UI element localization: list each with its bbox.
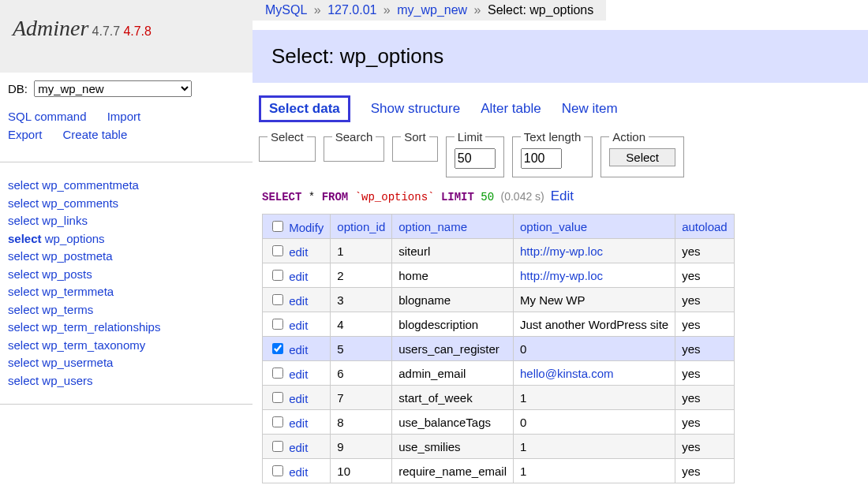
- cell-autoload: yes: [675, 239, 735, 263]
- edit-link[interactable]: edit: [289, 368, 308, 381]
- edit-link[interactable]: edit: [289, 392, 308, 405]
- tabs: Select dataShow structureAlter tableNew …: [253, 83, 868, 127]
- query-edit-link[interactable]: Edit: [551, 188, 574, 203]
- cell-option-name: siteurl: [392, 239, 514, 263]
- edit-link[interactable]: edit: [289, 270, 308, 283]
- cell-autoload: yes: [675, 435, 735, 459]
- title-bar: Select: wp_options: [253, 30, 868, 83]
- table-link-wp_postmeta[interactable]: select wp_postmeta: [8, 248, 245, 266]
- tab-alter-table[interactable]: Alter table: [481, 101, 541, 117]
- cell-option-id: 6: [331, 361, 392, 386]
- table-link-wp_commentmeta[interactable]: select wp_commentmeta: [8, 177, 245, 195]
- tab-new-item[interactable]: New item: [562, 101, 618, 117]
- row-checkbox[interactable]: [272, 294, 283, 305]
- cell-option-value: Just another WordPress site: [514, 312, 675, 337]
- breadcrumb: MySQL » 127.0.01 » my_wp_new » Select: w…: [253, 0, 606, 21]
- row-checkbox[interactable]: [272, 368, 283, 379]
- row-checkbox[interactable]: [272, 245, 283, 256]
- row-checkbox[interactable]: [272, 465, 283, 476]
- check-all[interactable]: [272, 221, 283, 232]
- db-selector-row: DB: my_wp_new: [0, 73, 253, 105]
- cell-option-id: 10: [331, 459, 392, 483]
- content: MySQL » 127.0.01 » my_wp_new » Select: w…: [253, 0, 868, 500]
- brand-name: Adminer: [13, 16, 88, 40]
- col-modify: Modify: [263, 215, 331, 239]
- table-link-wp_links[interactable]: select wp_links: [8, 212, 245, 230]
- fieldset-text-length: Text length: [512, 130, 593, 177]
- brand-header: Adminer 4.7.7 4.7.8: [0, 0, 253, 73]
- row-checkbox[interactable]: [272, 441, 283, 452]
- cell-option-value: 0: [514, 337, 675, 361]
- table-link-wp_posts[interactable]: select wp_posts: [8, 266, 245, 284]
- tab-show-structure[interactable]: Show structure: [371, 101, 460, 117]
- legend-action: Action: [609, 130, 649, 144]
- breadcrumb-current: Select: wp_options: [488, 3, 593, 17]
- sql-limit: LIMIT: [441, 191, 474, 203]
- cell-autoload: yes: [675, 337, 735, 361]
- row-checkbox[interactable]: [272, 416, 283, 427]
- row-checkbox[interactable]: [272, 319, 283, 330]
- query-row: SELECT * FROM `wp_options` LIMIT 50 (0.0…: [253, 184, 868, 209]
- link-import[interactable]: Import: [107, 110, 141, 123]
- tab-select-data[interactable]: Select data: [259, 95, 350, 122]
- row-checkbox[interactable]: [272, 392, 283, 403]
- edit-link[interactable]: edit: [289, 319, 308, 332]
- fieldset-action: Action: [600, 130, 684, 177]
- cell-option-name: blogname: [392, 288, 514, 312]
- table-link-wp_usermeta[interactable]: select wp_usermeta: [8, 354, 245, 372]
- table-link-wp_terms[interactable]: select wp_terms: [8, 301, 245, 319]
- row-checkbox[interactable]: [272, 343, 283, 354]
- cell-option-value: http://my-wp.loc: [514, 239, 675, 263]
- cell-option-value: 1: [514, 386, 675, 410]
- sql-star: *: [309, 191, 315, 203]
- table-link-wp_termmeta[interactable]: select wp_termmeta: [8, 283, 245, 301]
- cell-option-id: 2: [331, 263, 392, 288]
- cell-autoload: yes: [675, 386, 735, 410]
- edit-link[interactable]: edit: [289, 343, 308, 356]
- value-link[interactable]: http://my-wp.loc: [520, 269, 603, 282]
- col-modify-label[interactable]: Modify: [289, 221, 324, 234]
- edit-link[interactable]: edit: [289, 245, 308, 259]
- breadcrumb-link[interactable]: MySQL: [265, 3, 307, 17]
- db-label: DB:: [8, 82, 28, 95]
- breadcrumb-link[interactable]: 127.0.01: [327, 3, 376, 17]
- query-time: (0.042 s): [501, 190, 544, 203]
- edit-link[interactable]: edit: [289, 416, 308, 430]
- table-row: edit3blognameMy New WPyes: [263, 288, 735, 312]
- value-link[interactable]: hello@kinsta.com: [520, 367, 614, 380]
- fieldset-limit: Limit: [446, 130, 504, 177]
- legend-text-length: Text length: [521, 130, 585, 144]
- link-sql-command[interactable]: SQL command: [8, 110, 87, 123]
- side-links: SQL command Import Export Create table: [0, 105, 253, 155]
- select-button[interactable]: [609, 148, 675, 166]
- table-list: select wp_commentmetaselect wp_commentss…: [0, 169, 253, 397]
- value-link[interactable]: http://my-wp.loc: [520, 244, 603, 258]
- table-link-wp_options[interactable]: select wp_options: [8, 230, 245, 248]
- row-checkbox[interactable]: [272, 270, 283, 281]
- db-select[interactable]: my_wp_new: [34, 80, 192, 97]
- limit-input[interactable]: [455, 148, 496, 169]
- link-create-table[interactable]: Create table: [63, 128, 128, 141]
- edit-link[interactable]: edit: [289, 465, 308, 479]
- breadcrumb-link[interactable]: my_wp_new: [397, 3, 467, 17]
- table-link-wp_users[interactable]: select wp_users: [8, 372, 245, 390]
- table-link-wp_term_taxonomy[interactable]: select wp_term_taxonomy: [8, 337, 245, 355]
- text-length-input[interactable]: [521, 148, 562, 169]
- fieldset-select[interactable]: Select: [259, 130, 316, 162]
- fieldset-search[interactable]: Search: [324, 130, 385, 162]
- table-link-wp_comments[interactable]: select wp_comments: [8, 195, 245, 213]
- edit-link[interactable]: edit: [289, 294, 308, 308]
- fieldset-sort[interactable]: Sort: [392, 130, 438, 162]
- link-export[interactable]: Export: [8, 128, 42, 141]
- cell-option-name: blogdescription: [392, 312, 514, 337]
- cell-autoload: yes: [675, 263, 735, 288]
- cell-option-name: use_balanceTags: [392, 410, 514, 435]
- edit-link[interactable]: edit: [289, 441, 308, 454]
- table-row: edit9use_smilies1yes: [263, 435, 735, 459]
- table-link-wp_term_relationships[interactable]: select wp_term_relationships: [8, 319, 245, 337]
- cell-option-id: 4: [331, 312, 392, 337]
- col-autoload: autoload: [675, 215, 735, 239]
- table-row: edit6admin_emailhello@kinsta.comyes: [263, 361, 735, 386]
- cell-option-name: admin_email: [392, 361, 514, 386]
- col-option-id: option_id: [331, 215, 392, 239]
